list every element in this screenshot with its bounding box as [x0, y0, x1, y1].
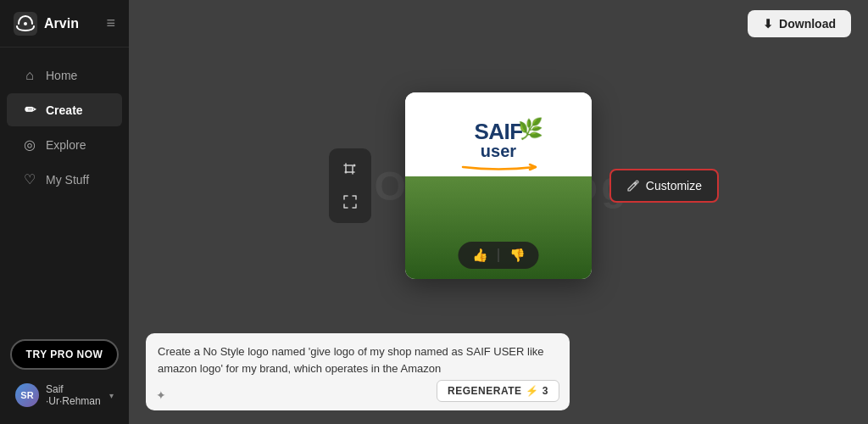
menu-icon[interactable]: ≡	[106, 14, 115, 32]
my-stuff-icon: ♡	[22, 171, 37, 187]
chevron-down-icon: ▾	[109, 391, 114, 400]
logo-card: SAIF user 🌿 👍 👎	[405, 92, 592, 279]
prompt-actions: REGENERATE ⚡ 3	[437, 380, 559, 402]
customize-button[interactable]: Customize	[609, 169, 719, 203]
logo-overlay: SAIF user 🌿	[405, 120, 592, 171]
download-icon: ⬇	[763, 17, 773, 31]
canvas-area: GO Arvin logo	[129, 47, 868, 323]
create-icon: ✏	[22, 102, 37, 118]
brand-name: Arvin	[44, 16, 99, 31]
expand-icon	[342, 194, 358, 209]
leaf-icon: 🌿	[518, 117, 543, 141]
avatar: SR	[15, 383, 39, 407]
home-icon: ⌂	[22, 68, 37, 83]
thumbs-down-button[interactable]: 👎	[508, 246, 527, 265]
user-text: user	[474, 142, 522, 159]
svg-point-1	[24, 22, 27, 25]
crop-tool-button[interactable]	[334, 155, 366, 184]
thumbs-up-button[interactable]: 👍	[470, 246, 490, 265]
try-pro-button[interactable]: TRY PRO NOW	[10, 339, 119, 370]
crop-icon	[342, 162, 358, 177]
sidebar-header: Arvin ≡	[0, 0, 129, 47]
arvin-logo-icon	[14, 12, 37, 36]
svg-point-2	[345, 170, 348, 173]
sidebar-bottom: TRY PRO NOW SR Saif ·Ur·Rehman ▾	[0, 326, 129, 424]
sidebar-item-my-stuff[interactable]: ♡ My Stuff	[7, 163, 122, 196]
feedback-divider	[498, 248, 499, 262]
prompt-box: Create a No Style logo named 'give logo …	[146, 333, 570, 410]
logo-card-inner: SAIF user 🌿 👍 👎	[405, 92, 592, 279]
download-label: Download	[779, 17, 836, 31]
feedback-bar: 👍 👎	[459, 242, 539, 269]
regenerate-label: REGENERATE	[448, 385, 521, 397]
expand-tool-button[interactable]	[334, 187, 366, 216]
user-profile[interactable]: SR Saif ·Ur·Rehman ▾	[10, 380, 119, 410]
prompt-text: Create a No Style logo named 'give logo …	[158, 343, 558, 377]
sidebar-item-home[interactable]: ⌂ Home	[7, 59, 122, 92]
prompt-area: Create a No Style logo named 'give logo …	[129, 323, 868, 424]
regenerate-button[interactable]: REGENERATE ⚡ 3	[437, 380, 559, 402]
logo-text-container: SAIF user 🌿	[474, 120, 522, 159]
customize-label: Customize	[646, 179, 702, 192]
download-button[interactable]: ⬇ Download	[748, 10, 851, 37]
main-content: ⬇ Download GO Arvin logo	[129, 0, 868, 424]
create-label: Create	[46, 103, 83, 117]
user-name: Saif ·Ur·Rehman	[46, 383, 103, 407]
prompt-edit-icon[interactable]: ✦	[156, 388, 166, 402]
top-bar: ⬇ Download	[129, 0, 868, 47]
home-label: Home	[46, 69, 77, 82]
my-stuff-label: My Stuff	[46, 173, 89, 187]
explore-label: Explore	[46, 138, 86, 152]
sidebar-item-create[interactable]: ✏ Create	[7, 93, 122, 126]
customize-icon	[626, 179, 640, 192]
sidebar-nav: ⌂ Home ✏ Create ◎ Explore ♡ My Stuff	[0, 47, 129, 326]
tool-panel	[329, 148, 371, 223]
regenerate-count: ⚡ 3	[526, 385, 548, 397]
sidebar: Arvin ≡ ⌂ Home ✏ Create ◎ Explore ♡ My S…	[0, 0, 129, 424]
amazon-arrow	[459, 159, 539, 171]
saif-text: SAIF	[474, 120, 522, 142]
sidebar-item-explore[interactable]: ◎ Explore	[7, 128, 122, 161]
explore-icon: ◎	[22, 137, 37, 153]
svg-point-3	[353, 164, 356, 166]
svg-point-4	[636, 181, 638, 183]
